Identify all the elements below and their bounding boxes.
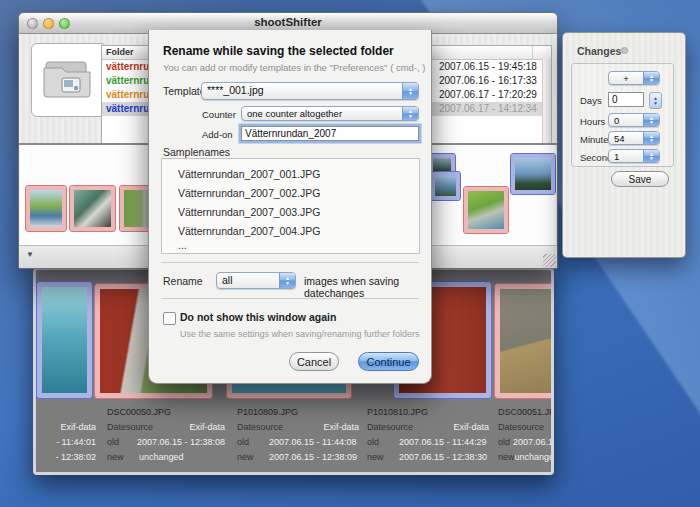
folder-date: 2007.06.15 - 19:45:18 (439, 60, 545, 74)
photo-filename: DSC00050.JPG (107, 405, 225, 420)
new-value: 2007.06.15 - 12:38:30 (399, 450, 487, 465)
counter-popup[interactable]: one counter altogether ▲▼ (241, 106, 419, 121)
old-value: 2007.06.15 - 11:44:29 (399, 435, 486, 450)
popup-arrows-icon: ▲▼ (402, 83, 418, 99)
hours-label: Hours (580, 116, 605, 127)
photo-image (42, 287, 87, 393)
template-popup-value: ****_001.jpg (202, 83, 402, 99)
save-button[interactable]: Save (611, 171, 669, 187)
popup-arrows-icon: ▲▼ (643, 72, 659, 84)
days-label: Days (580, 95, 602, 106)
new-value: unchanged (515, 450, 554, 465)
exif-label: Exif-data (189, 420, 225, 435)
changes-title: Changes (577, 45, 621, 57)
addon-input[interactable] (241, 126, 419, 141)
exif-label: Exif-data (60, 420, 96, 435)
rename-popup-value: all (217, 273, 279, 288)
photo-info-block: DSC00051.JPG Datesource old2007.06.15 ne… (498, 405, 554, 465)
datesource-label: Datesource (107, 420, 153, 435)
rename-sheet-dialog: Rename while saving the selected folder … (148, 30, 432, 384)
photo-info-block: P1010810.JPG DatesourceExif-data old2007… (367, 405, 489, 465)
photo-filename: DSC00051.JPG (498, 405, 554, 420)
folder-name: vätternrun (106, 88, 152, 102)
sheet-title: Rename while saving the selected folder (163, 44, 394, 58)
rename-scope-popup[interactable]: all ▲▼ (216, 272, 296, 289)
thumbnail[interactable] (70, 186, 115, 231)
hours-popup[interactable]: 0 ▲▼ (608, 113, 660, 127)
hours-popup-value: 0 (609, 114, 643, 126)
desktop: Exif-data - 11:44:01 - 12:38:02 DSC00050… (0, 0, 700, 507)
dont-show-again-label: Do not show this window again (180, 311, 336, 323)
photo-stones[interactable] (495, 284, 554, 398)
checkbox-help-text: Use the same settings when saving/renami… (180, 329, 420, 339)
seconds-popup-value: 1 (609, 150, 643, 162)
window-title: shootShifter (19, 16, 557, 28)
old-value: 2007.06.15 - 11:44:08 (269, 435, 356, 450)
template-popup[interactable]: ****_001.jpg ▲▼ (201, 82, 419, 100)
photo-filename: P1010809.JPG (237, 405, 359, 420)
popup-arrows-icon: ▲▼ (643, 150, 659, 162)
thumbnail[interactable] (431, 172, 460, 200)
days-stepper[interactable]: ▲▼ (649, 92, 662, 109)
folder-date: 2007.06.17 - 14:12:34 (439, 102, 545, 116)
photo-filename: P1010810.JPG (367, 405, 489, 420)
old-label: old (237, 435, 269, 450)
datesource-label: Datesource (367, 420, 413, 435)
thumbnail-image (515, 158, 551, 190)
seconds-popup[interactable]: 1 ▲▼ (608, 149, 660, 163)
photo-statue[interactable] (37, 282, 92, 398)
separator (161, 298, 419, 299)
folder-date: 2007.06.16 - 16:17:33 (439, 74, 545, 88)
folder-icon-well[interactable] (31, 43, 107, 117)
old-value: 2007.06.15 - 12:38:08 (137, 435, 225, 450)
sample-name: Vätternrundan_2007_002.JPG (178, 187, 320, 199)
separator (161, 262, 419, 263)
new-label: new (237, 450, 269, 465)
rename-suffix-text: images when saving datechanges (304, 275, 431, 299)
minutes-popup-value: 54 (609, 132, 643, 144)
resize-grip[interactable] (543, 254, 556, 267)
minutes-popup[interactable]: 54 ▲▼ (608, 131, 660, 145)
new-label: new (367, 450, 399, 465)
thumbnail-image (435, 176, 456, 196)
folder-name: vätternrun (106, 102, 152, 116)
sample-name: Vätternrundan_2007_003.JPG (178, 206, 320, 218)
thumbnail[interactable] (26, 186, 66, 231)
old-label: old (498, 435, 513, 450)
popup-arrows-icon: ▲▼ (643, 132, 659, 144)
continue-button[interactable]: Continue (358, 352, 419, 371)
popup-arrows-icon: ▲▼ (643, 114, 659, 126)
sample-name: Vätternrundan_2007_004.JPG (178, 225, 320, 237)
new-label: new (107, 450, 139, 465)
addon-label: Add-on (202, 129, 233, 140)
dont-show-again-checkbox[interactable] (163, 312, 176, 325)
old-value: - 11:44:01 (56, 435, 96, 450)
rename-label: Rename (163, 275, 203, 287)
popup-arrows-icon: ▲▼ (279, 273, 295, 288)
disclosure-triangle-icon[interactable]: ▼ (26, 250, 34, 259)
template-label: Template (163, 85, 206, 97)
photo-image (500, 289, 554, 393)
thumbnail[interactable] (511, 154, 555, 194)
datesource-label: Datesource (498, 420, 544, 435)
old-value: 2007.06.15 (513, 435, 554, 450)
folder-list-scrollbar[interactable] (542, 59, 551, 143)
cancel-button[interactable]: Cancel (289, 352, 339, 371)
sign-popup-value: + (609, 72, 643, 84)
new-value: - 12:38:02 (55, 450, 96, 465)
sign-popup[interactable]: + ▲▼ (608, 71, 660, 85)
folder-name: vätternrun (106, 74, 152, 88)
counter-label: Counter (202, 109, 236, 120)
folder-column-header: Folder (106, 47, 134, 57)
samplenames-label: Samplenames (163, 146, 230, 158)
days-input[interactable] (608, 92, 644, 107)
popup-arrows-icon: ▲▼ (402, 107, 418, 120)
folder-date: 2007.06.17 - 17:20:29 (439, 88, 545, 102)
photo-info-block: Exif-data - 11:44:01 - 12:38:02 (36, 405, 96, 465)
sample-name-ellipsis: ... (178, 239, 187, 251)
changes-group-box: + ▲▼ Days ▲▼ Hours 0 ▲▼ Minutes 54 ▲▼ Se… (571, 63, 674, 167)
thumbnail-image (74, 190, 111, 227)
thumbnail[interactable] (464, 187, 508, 233)
changes-panel: Changes + ▲▼ Days ▲▼ Hours 0 ▲▼ Minutes … (562, 32, 686, 258)
samplenames-box: Vätternrundan_2007_001.JPG Vätternrundan… (161, 158, 420, 254)
